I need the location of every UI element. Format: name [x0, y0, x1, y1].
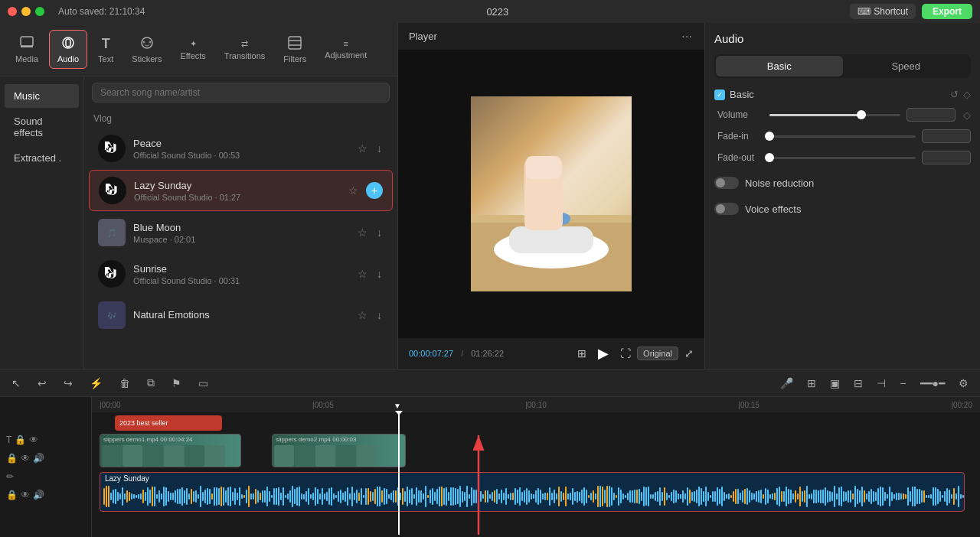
fadeout-slider[interactable] — [769, 157, 916, 159]
mic-button[interactable]: 🎤 — [776, 376, 797, 391]
download-button[interactable]: ↓ — [375, 308, 384, 323]
eye-icon[interactable]: 👁 — [29, 434, 38, 445]
favorite-button[interactable]: ☆ — [356, 141, 369, 156]
favorite-button[interactable]: ☆ — [356, 225, 369, 240]
add-to-timeline-button[interactable]: + — [366, 182, 383, 199]
music-lock-icon[interactable]: 🔒 — [6, 490, 18, 500]
song-item[interactable]: 🎵 Blue Moon Muspace · 02:01 ☆ ↓ — [89, 213, 393, 252]
audio-track-icons: ✏ — [6, 471, 85, 482]
song-meta: Official Sound Studio · 01:27 — [134, 193, 347, 202]
grid-view-button[interactable]: ⊞ — [577, 347, 586, 360]
fadein-slider[interactable] — [769, 135, 916, 138]
toolbar-transitions[interactable]: ⇄ Transitions — [217, 34, 273, 65]
player-menu-button[interactable]: ⋯ — [680, 29, 694, 44]
music-eye-icon[interactable]: 👁 — [21, 490, 30, 500]
playhead[interactable] — [398, 412, 400, 535]
extra-button[interactable]: ▭ — [194, 376, 212, 391]
split-button[interactable]: ⚡ — [86, 376, 106, 391]
voice-effects-toggle[interactable] — [714, 203, 739, 215]
search-input[interactable] — [92, 83, 390, 103]
song-name: Sunrise — [133, 263, 356, 275]
undo-button[interactable]: ↩ — [34, 376, 51, 391]
text-track-icons: T 🔒 👁 — [6, 434, 85, 445]
song-item-active[interactable]: Lazy Sunday Official Sound Studio · 01:2… — [89, 170, 393, 211]
toolbar-stickers[interactable]: Stickers — [124, 31, 169, 68]
toolbar-audio[interactable]: Audio — [49, 30, 87, 69]
song-item[interactable]: 🎶 Natural Emotions ☆ ↓ — [89, 295, 393, 335]
redo-button[interactable]: ↪ — [60, 376, 77, 391]
favorite-button[interactable]: ☆ — [356, 308, 369, 323]
export-button[interactable]: Export — [922, 4, 972, 19]
settings-button[interactable]: ⚙ — [955, 376, 972, 391]
tab-basic[interactable]: Basic — [716, 56, 843, 76]
play-button[interactable]: ▶ — [593, 343, 614, 364]
favorite-button[interactable]: ☆ — [347, 183, 360, 198]
tab-speed[interactable]: Speed — [843, 56, 970, 76]
song-item[interactable]: Sunrise Official Sound Studio · 00:31 ☆ … — [89, 254, 393, 294]
noise-reduction-toggle[interactable] — [714, 177, 739, 189]
toolbar-effects[interactable]: ✦ Effects — [172, 34, 213, 65]
fadeout-value[interactable]: 0.0s — [922, 151, 971, 164]
toolbar-media[interactable]: Media — [8, 31, 46, 68]
zoom-slider[interactable]: ━━●━ — [916, 376, 949, 391]
audio-clip[interactable]: Lazy Sunday — [100, 472, 965, 512]
delete-button[interactable]: 🗑 — [116, 376, 134, 391]
video-eye-icon[interactable]: 👁 — [21, 453, 30, 464]
reset-icon[interactable]: ↺ — [950, 89, 959, 100]
music-audio-icon[interactable]: 🔊 — [33, 490, 44, 500]
fullscreen-button[interactable]: ⛶ — [620, 347, 631, 360]
expand-button[interactable]: ⤢ — [684, 347, 694, 360]
shortcut-button[interactable]: ⌨ Shortcut — [850, 4, 916, 19]
video-lock-icon[interactable]: 🔒 — [6, 453, 18, 464]
text-clip[interactable]: 2023 best seller — [115, 415, 222, 431]
close-button[interactable] — [8, 7, 17, 16]
traffic-lights — [8, 7, 44, 16]
download-button[interactable]: ↓ — [375, 141, 384, 156]
svg-rect-0 — [21, 37, 33, 46]
song-thumbnail: 🎶 — [98, 301, 126, 329]
player-title: Player — [409, 31, 437, 42]
select-tool-button[interactable]: ↖ — [8, 376, 24, 391]
text-track-icon: T — [6, 434, 11, 445]
maximize-button[interactable] — [35, 7, 44, 16]
song-info: Sunrise Official Sound Studio · 00:31 — [133, 263, 356, 285]
video-tool1[interactable]: ⊞ — [803, 376, 820, 391]
download-button[interactable]: ↓ — [375, 225, 384, 240]
timeline-right-tools: 🎤 ⊞ ▣ ⊟ ⊣ − ━━●━ ⚙ — [776, 376, 972, 391]
video-clip-1[interactable]: slippers demo1.mp4 00:00:04:24 — [100, 434, 241, 467]
toolbar-text[interactable]: T Text — [90, 31, 121, 68]
song-meta: Official Sound Studio · 00:31 — [133, 276, 356, 285]
video-container — [471, 96, 632, 291]
fadeout-label: Fade-out — [717, 152, 763, 163]
volume-value[interactable]: 0.0dB — [906, 108, 956, 122]
sidebar-item-extracted[interactable]: Extracted . — [5, 146, 79, 170]
video-tool2[interactable]: ▣ — [826, 376, 844, 391]
video-clip-2[interactable]: slippers demo2.mp4 00:00:03 — [272, 434, 406, 467]
align-button[interactable]: ⊣ — [873, 376, 890, 391]
copy-button[interactable]: ⧉ — [143, 375, 158, 391]
basic-checkbox[interactable]: ✓ — [714, 90, 725, 100]
toolbar-filters[interactable]: Filters — [276, 31, 314, 68]
video-tool3[interactable]: ⊟ — [850, 376, 867, 391]
song-info: Natural Emotions — [133, 309, 356, 322]
pencil-icon[interactable]: ✏ — [6, 471, 14, 482]
volume-slider[interactable] — [769, 114, 900, 116]
minimize-button[interactable] — [21, 7, 31, 16]
volume-diamond-icon[interactable]: ◇ — [963, 109, 971, 121]
sidebar-item-music[interactable]: Music — [5, 84, 79, 108]
video-audio-icon[interactable]: 🔊 — [33, 453, 44, 464]
ruler-mark: |00:10 — [525, 401, 547, 409]
lock-icon[interactable]: 🔒 — [15, 434, 26, 445]
diamond-icon[interactable]: ◇ — [963, 89, 971, 100]
song-actions: ☆ + — [347, 182, 383, 199]
zoom-out-button[interactable]: − — [896, 376, 910, 391]
song-item[interactable]: Peace Official Sound Studio · 00:53 ☆ ↓ — [89, 129, 393, 168]
current-time: 00:00:07:27 — [409, 349, 453, 358]
favorite-button[interactable]: ☆ — [356, 266, 369, 282]
toolbar-adjustment[interactable]: ≡ Adjustment — [317, 34, 374, 64]
fadein-value[interactable]: 0.0s — [922, 129, 971, 143]
sidebar-item-sound-effects[interactable]: Sound effects — [5, 109, 79, 145]
sidebar-item-label: Sound effects — [14, 116, 43, 138]
flag-button[interactable]: ⚑ — [168, 376, 185, 391]
download-button[interactable]: ↓ — [375, 266, 384, 282]
